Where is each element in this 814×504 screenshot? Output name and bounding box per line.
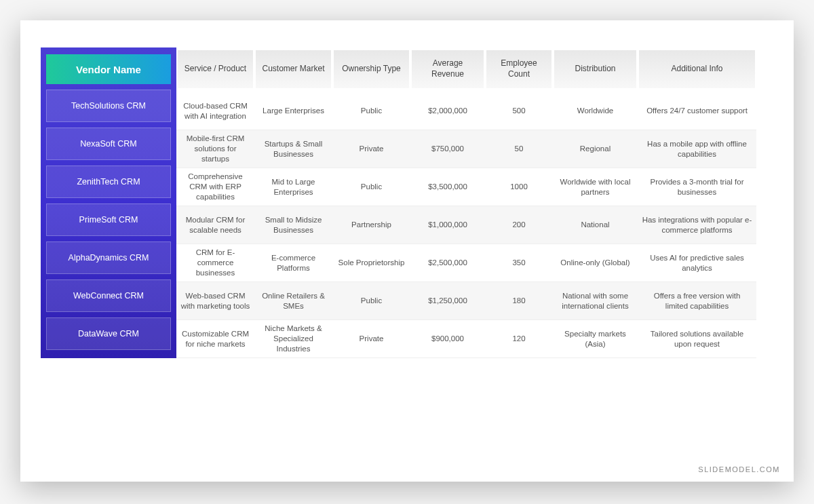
col-ownership: Ownership Type Public Private Public Par… [332, 47, 410, 358]
col-info: Additional Info Offers 24/7 customer sup… [638, 47, 756, 358]
cell-distribution: Regional [553, 130, 638, 168]
cell-distribution: Worldwide with local partners [553, 168, 638, 206]
cell-distribution: National [553, 206, 638, 244]
cell-market: Niche Markets & Specialized Industries [254, 320, 332, 358]
cell-ownership: Private [332, 130, 410, 168]
cell-distribution: Worldwide [553, 92, 638, 130]
cell-distribution: Specialty markets (Asia) [553, 320, 638, 358]
cell-revenue: $2,000,000 [410, 92, 485, 130]
cell-employees: 180 [485, 282, 553, 320]
cell-market: E-commerce Platforms [254, 244, 332, 282]
cell-revenue: $750,000 [410, 130, 485, 168]
vendor-cell: ZenithTech CRM [46, 166, 171, 198]
header-market: Customer Market [256, 50, 331, 88]
header-ownership: Ownership Type [334, 50, 409, 88]
vendor-cell: TechSolutions CRM [46, 90, 171, 122]
cell-service: Customizable CRM for niche markets [176, 320, 254, 358]
data-columns: Service / Product Cloud-based CRM with A… [176, 47, 773, 358]
header-revenue: Average Revenue [412, 50, 484, 88]
cell-employees: 500 [485, 92, 553, 130]
vendor-cell: DataWave CRM [46, 317, 171, 350]
col-market: Customer Market Large Enterprises Startu… [254, 47, 332, 358]
col-distribution: Distribution Worldwide Regional Worldwid… [553, 47, 638, 358]
cell-ownership: Public [332, 282, 410, 320]
cell-info: Has integrations with popular e-commerce… [638, 206, 756, 244]
slide: Vendor Name TechSolutions CRM NexaSoft C… [20, 20, 794, 482]
cell-info: Offers 24/7 customer support [638, 92, 756, 130]
cell-market: Small to Midsize Businesses [254, 206, 332, 244]
cell-revenue: $2,500,000 [410, 244, 485, 282]
cell-market: Large Enterprises [254, 92, 332, 130]
col-service: Service / Product Cloud-based CRM with A… [176, 47, 254, 358]
col-revenue: Average Revenue $2,000,000 $750,000 $3,5… [410, 47, 485, 358]
vendor-cell: WebConnect CRM [46, 279, 171, 312]
watermark: SLIDEMODEL.COM [698, 465, 780, 473]
cell-service: Comprehensive CRM with ERP capabilities [176, 168, 254, 206]
cell-info: Offers a free version with limited capab… [638, 282, 756, 320]
col-employees: Employee Count 500 50 1000 200 350 180 1… [485, 47, 553, 358]
vendor-cell: PrimeSoft CRM [46, 203, 171, 236]
cell-info: Uses AI for predictive sales analytics [638, 244, 756, 282]
cell-ownership: Public [332, 168, 410, 206]
cell-market: Mid to Large Enterprises [254, 168, 332, 206]
cell-revenue: $1,250,000 [410, 282, 485, 320]
cell-employees: 350 [485, 244, 553, 282]
cell-employees: 1000 [485, 168, 553, 206]
cell-employees: 50 [485, 130, 553, 168]
cell-revenue: $1,000,000 [410, 206, 485, 244]
vendor-cell: AlphaDynamics CRM [46, 241, 171, 274]
cell-employees: 120 [485, 320, 553, 358]
cell-info: Tailored solutions available upon reques… [638, 320, 756, 358]
cell-service: Web-based CRM with marketing tools [176, 282, 254, 320]
cell-service: CRM for E-commerce businesses [176, 244, 254, 282]
comparison-table: Vendor Name TechSolutions CRM NexaSoft C… [41, 47, 773, 358]
cell-revenue: $3,500,000 [410, 168, 485, 206]
cell-service: Modular CRM for scalable needs [176, 206, 254, 244]
cell-employees: 200 [485, 206, 553, 244]
cell-market: Online Retailers & SMEs [254, 282, 332, 320]
cell-ownership: Sole Proprietorship [332, 244, 410, 282]
header-distribution: Distribution [554, 50, 636, 88]
cell-info: Provides a 3-month trial for businesses [638, 168, 756, 206]
vendor-header: Vendor Name [46, 54, 171, 84]
header-info: Additional Info [639, 50, 755, 88]
cell-ownership: Public [332, 92, 410, 130]
vendor-column: Vendor Name TechSolutions CRM NexaSoft C… [41, 47, 176, 358]
header-employees: Employee Count [486, 50, 551, 88]
cell-distribution: Online-only (Global) [553, 244, 638, 282]
cell-ownership: Private [332, 320, 410, 358]
cell-market: Startups & Small Businesses [254, 130, 332, 168]
cell-ownership: Partnership [332, 206, 410, 244]
cell-distribution: National with some international clients [553, 282, 638, 320]
vendor-cell: NexaSoft CRM [46, 128, 171, 160]
header-service: Service / Product [178, 50, 253, 88]
cell-service: Mobile-first CRM solutions for startups [176, 130, 254, 168]
cell-service: Cloud-based CRM with AI integration [176, 92, 254, 130]
cell-revenue: $900,000 [410, 320, 485, 358]
cell-info: Has a mobile app with offline capabiliti… [638, 130, 756, 168]
